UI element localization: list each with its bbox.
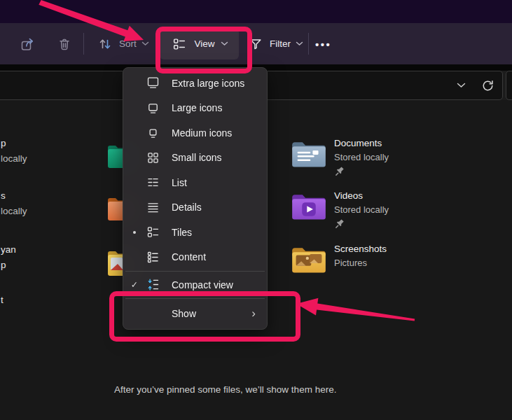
content-icon bbox=[145, 249, 160, 265]
cut-off-tile-text: yan bbox=[1, 244, 16, 255]
cut-off-tile-text: p bbox=[1, 260, 6, 270]
menu-item-label: Small icons bbox=[172, 152, 222, 163]
sort-icon bbox=[96, 35, 114, 53]
menu-item-small-icons[interactable]: Small icons bbox=[123, 146, 267, 171]
tile-subtitle: Stored locally bbox=[334, 204, 389, 215]
menu-icon-empty bbox=[145, 306, 160, 321]
menu-item-medium-icons[interactable]: Medium icons bbox=[123, 120, 267, 146]
tile-subtitle: Pictures bbox=[334, 258, 387, 268]
search-box-partial[interactable] bbox=[506, 71, 512, 100]
cut-off-tile-text: s bbox=[1, 190, 6, 201]
large-icons-icon bbox=[145, 100, 160, 115]
delete-icon[interactable] bbox=[55, 35, 74, 53]
bullet-dot bbox=[133, 231, 137, 234]
menu-item-list[interactable]: List bbox=[123, 170, 267, 195]
tile-text: ScreenshotsPictures bbox=[334, 243, 387, 275]
menu-item-compact-view[interactable]: ✓Compact view bbox=[123, 272, 267, 298]
menu-item-label: List bbox=[172, 177, 187, 188]
folder-icon-screenshots bbox=[291, 243, 327, 275]
tile-subtitle: Stored locally bbox=[334, 152, 389, 162]
file-explorer-window: Sort View Filter bbox=[0, 0, 512, 420]
sort-button[interactable]: Sort bbox=[96, 35, 149, 53]
view-dropdown-menu: Extra large iconsLarge iconsMedium icons… bbox=[123, 67, 268, 330]
tiles-icon bbox=[145, 225, 160, 240]
medium-icons-icon bbox=[145, 125, 160, 141]
menu-item-large-icons[interactable]: Large icons bbox=[123, 96, 267, 121]
chevron-down-icon bbox=[296, 41, 303, 46]
cut-off-tile-text: locally bbox=[1, 206, 27, 216]
details-icon bbox=[145, 200, 160, 215]
filter-button[interactable]: Filter bbox=[247, 35, 303, 53]
menu-marker-check-icon: ✓ bbox=[129, 279, 140, 290]
folder-icon-videos bbox=[291, 190, 327, 222]
chevron-right-icon: › bbox=[251, 307, 260, 319]
toolbar-divider bbox=[308, 33, 309, 55]
filter-icon bbox=[247, 35, 265, 53]
menu-item-details[interactable]: Details bbox=[123, 195, 267, 220]
refresh-icon[interactable] bbox=[479, 77, 496, 94]
command-toolbar: Sort View Filter bbox=[0, 23, 512, 64]
menu-item-label: Details bbox=[172, 202, 202, 213]
pin-icon bbox=[335, 218, 345, 229]
menu-separator bbox=[125, 271, 265, 272]
small-icons-icon bbox=[145, 150, 160, 165]
tile-title: Screenshots bbox=[334, 244, 387, 254]
menu-marker-bullet-icon bbox=[129, 231, 140, 234]
menu-separator bbox=[125, 298, 265, 299]
address-dropdown-chevron-icon[interactable] bbox=[452, 77, 469, 94]
menu-item-tiles[interactable]: Tiles bbox=[123, 220, 267, 245]
view-label: View bbox=[194, 38, 214, 49]
pinned-empty-hint: After you’ve pinned some files, we’ll sh… bbox=[114, 384, 336, 395]
view-icon bbox=[170, 35, 188, 53]
toolbar-divider bbox=[83, 33, 84, 55]
annotation-arrow-show bbox=[296, 298, 415, 321]
menu-item-label: Content bbox=[172, 251, 206, 262]
pin-icon bbox=[335, 166, 345, 176]
filter-label: Filter bbox=[270, 38, 291, 49]
pinned-tile-videos[interactable]: VideosStored locally bbox=[291, 190, 389, 229]
menu-item-label: Tiles bbox=[172, 227, 192, 238]
more-options-button[interactable]: ••• bbox=[315, 38, 331, 50]
menu-item-label: Compact view bbox=[172, 279, 233, 290]
cut-off-tile-text: p bbox=[1, 138, 6, 148]
menu-item-label: Large icons bbox=[172, 102, 222, 113]
extra-large-icons-icon bbox=[145, 76, 160, 91]
tile-title: Videos bbox=[334, 190, 389, 201]
menu-item-label: Show bbox=[172, 308, 196, 319]
menu-item-content[interactable]: Content bbox=[123, 245, 267, 270]
folder-icon-documents bbox=[291, 137, 327, 169]
tile-title: Documents bbox=[334, 138, 389, 148]
cut-off-tile-text: locally bbox=[1, 153, 27, 164]
list-icon bbox=[145, 175, 160, 190]
menu-item-show[interactable]: Show› bbox=[123, 300, 267, 327]
chevron-down-icon bbox=[221, 41, 228, 46]
menu-item-extra-large-icons[interactable]: Extra large icons bbox=[123, 71, 267, 96]
menu-item-label: Medium icons bbox=[172, 127, 232, 139]
tile-text: DocumentsStored locally bbox=[334, 137, 389, 176]
cut-off-tile-text: t bbox=[1, 295, 4, 305]
view-button[interactable]: View bbox=[160, 28, 239, 59]
pinned-tile-documents[interactable]: DocumentsStored locally bbox=[291, 137, 389, 176]
tile-text: VideosStored locally bbox=[334, 190, 389, 229]
chevron-down-icon bbox=[141, 41, 149, 46]
compact-view-icon bbox=[145, 277, 160, 293]
menu-item-label: Extra large icons bbox=[172, 78, 244, 89]
sort-label: Sort bbox=[119, 38, 137, 49]
title-bar bbox=[0, 0, 512, 23]
pinned-tile-screenshots[interactable]: ScreenshotsPictures bbox=[291, 243, 387, 275]
share-icon[interactable] bbox=[19, 35, 37, 53]
